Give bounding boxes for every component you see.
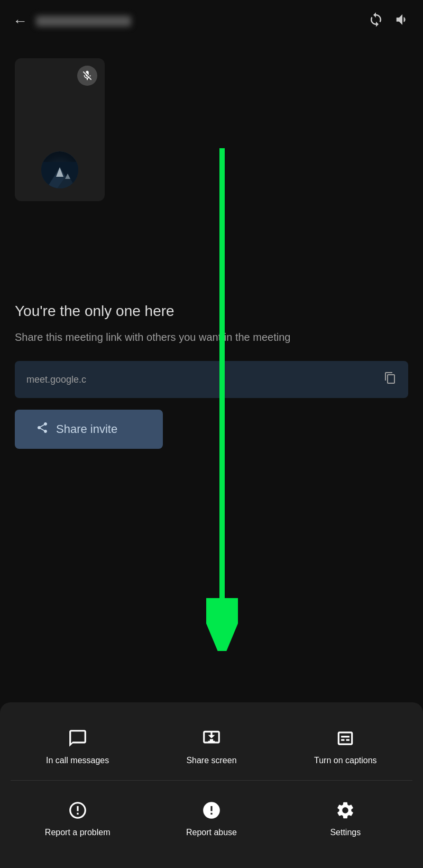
report-a-problem-label: Report a problem xyxy=(45,827,111,838)
share-screen-icon xyxy=(200,727,223,750)
screen: ← xyxy=(0,0,423,868)
flip-camera-icon[interactable] xyxy=(368,12,384,31)
bottom-bar-divider xyxy=(11,780,412,781)
report-a-problem-button[interactable]: Report a problem xyxy=(25,790,131,847)
mute-indicator xyxy=(77,66,97,86)
share-invite-label: Share invite xyxy=(56,422,117,436)
bottom-bar-row-1: In call messages Share screen Turn xyxy=(11,718,412,775)
report-abuse-button[interactable]: Report abuse xyxy=(159,790,264,847)
waiting-title: You're the only one here xyxy=(15,302,408,321)
waiting-section: You're the only one here Share this meet… xyxy=(15,302,408,449)
header-left: ← xyxy=(13,13,131,30)
bottom-bar-row-2: Report a problem Report abuse Sett xyxy=(11,790,412,847)
settings-label: Settings xyxy=(330,827,361,838)
avatar xyxy=(41,151,78,188)
turn-on-captions-button[interactable]: Turn on captions xyxy=(292,718,398,775)
waiting-subtitle: Share this meeting link with others you … xyxy=(15,329,408,345)
report-abuse-label: Report abuse xyxy=(186,827,237,838)
meeting-link-text: meet.google.c xyxy=(26,374,86,385)
settings-button[interactable]: Settings xyxy=(292,790,398,847)
report-a-problem-icon xyxy=(66,799,89,822)
header: ← xyxy=(0,0,423,42)
share-invite-button[interactable]: Share invite xyxy=(15,410,163,449)
turn-on-captions-icon xyxy=(334,727,357,750)
turn-on-captions-label: Turn on captions xyxy=(314,755,377,766)
report-abuse-icon xyxy=(200,799,223,822)
in-call-messages-label: In call messages xyxy=(46,755,109,766)
meeting-link-box: meet.google.c xyxy=(15,361,408,398)
participant-tile xyxy=(15,58,105,201)
in-call-messages-icon xyxy=(66,727,89,750)
header-title xyxy=(36,16,131,26)
in-call-messages-button[interactable]: In call messages xyxy=(25,718,131,775)
avatar-mountain xyxy=(41,151,78,188)
header-right xyxy=(368,12,410,31)
volume-icon[interactable] xyxy=(394,12,410,31)
share-screen-button[interactable]: Share screen xyxy=(159,718,264,775)
copy-link-icon[interactable] xyxy=(384,372,397,387)
settings-icon xyxy=(334,799,357,822)
share-screen-label: Share screen xyxy=(186,755,236,766)
share-invite-icon xyxy=(36,421,49,437)
back-button[interactable]: ← xyxy=(13,13,27,30)
bottom-action-bar: In call messages Share screen Turn xyxy=(0,702,423,868)
